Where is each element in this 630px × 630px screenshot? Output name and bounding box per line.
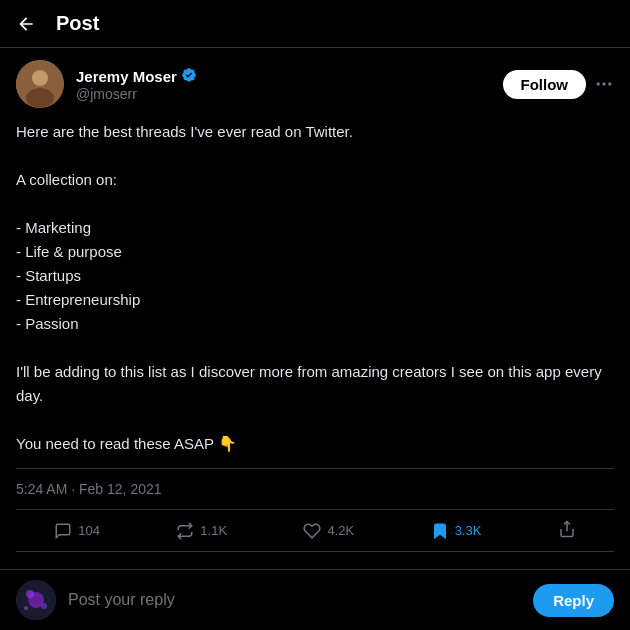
verified-icon <box>181 67 197 86</box>
tweet-list: - Marketing - Life & purpose - Startups … <box>16 216 614 336</box>
retweet-count: 1.1K <box>200 523 227 538</box>
svg-point-10 <box>41 603 47 609</box>
like-count: 4.2K <box>327 523 354 538</box>
svg-point-3 <box>597 82 600 85</box>
reply-input[interactable] <box>68 591 521 609</box>
comment-count: 104 <box>78 523 100 538</box>
tweet-content: Here are the best threads I've ever read… <box>16 120 614 456</box>
reply-button[interactable]: Reply <box>533 584 614 617</box>
comment-stat[interactable]: 104 <box>54 522 100 540</box>
svg-point-11 <box>24 606 28 610</box>
bookmark-icon <box>431 522 449 540</box>
share-icon <box>558 520 576 541</box>
reply-avatar <box>16 580 56 620</box>
page-title: Post <box>56 12 99 35</box>
user-info: Jeremy Moser @jmoserr <box>76 67 197 102</box>
bookmark-count: 3.3K <box>455 523 482 538</box>
svg-point-5 <box>608 82 611 85</box>
tweet-timestamp: 5:24 AM · Feb 12, 2021 <box>16 468 614 510</box>
back-button[interactable] <box>16 14 36 34</box>
display-name-text: Jeremy Moser <box>76 68 177 85</box>
more-options-button[interactable] <box>594 74 614 94</box>
header: Post <box>0 0 630 48</box>
avatar[interactable] <box>16 60 64 108</box>
svg-point-2 <box>26 88 54 108</box>
comment-icon <box>54 522 72 540</box>
svg-point-9 <box>26 590 34 598</box>
stats-row: 104 1.1K 4.2K <box>16 510 614 552</box>
user-row: Jeremy Moser @jmoserr Follow <box>16 60 614 108</box>
username: @jmoserr <box>76 86 197 102</box>
tweet-container: Jeremy Moser @jmoserr Follow Here are <box>0 48 630 552</box>
svg-point-4 <box>602 82 605 85</box>
follow-button[interactable]: Follow <box>503 70 587 99</box>
like-stat[interactable]: 4.2K <box>303 522 354 540</box>
heart-icon <box>303 522 321 540</box>
svg-point-1 <box>32 70 48 86</box>
retweet-icon <box>176 522 194 540</box>
retweet-stat[interactable]: 1.1K <box>176 522 227 540</box>
reply-area: Reply <box>0 569 630 630</box>
bookmark-stat[interactable]: 3.3K <box>431 522 482 540</box>
share-stat[interactable] <box>558 520 576 541</box>
user-actions: Follow <box>503 70 615 99</box>
